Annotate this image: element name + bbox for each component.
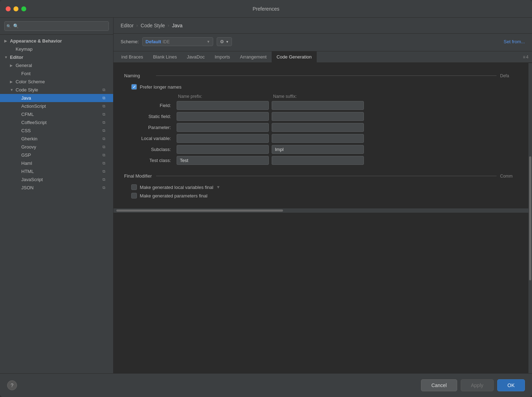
prefer-longer-row: Prefer longer names: [131, 84, 521, 90]
search-input[interactable]: [4, 21, 109, 31]
sidebar-item-coffeescript[interactable]: CoffeeScript: [0, 118, 113, 127]
sidebar-item-label: Keymap: [16, 46, 109, 52]
scheme-gear-button[interactable]: ⚙ ▼: [217, 37, 232, 46]
minimize-button[interactable]: [13, 6, 18, 11]
sidebar-item-groovy[interactable]: Groovy: [0, 143, 113, 151]
sidebar-item-html[interactable]: HTML: [0, 167, 113, 175]
sidebar-item-keymap[interactable]: Keymap: [0, 45, 113, 53]
parameters-final-label: Make generated parameters final: [140, 193, 207, 198]
naming-row-field: Field:: [124, 101, 521, 110]
final-modifier-row-1: Make generated local variables final ▼: [131, 184, 521, 190]
parameter-suffix-input[interactable]: [272, 123, 364, 132]
ok-button[interactable]: OK: [497, 379, 525, 391]
breadcrumb-java[interactable]: Java: [172, 23, 183, 28]
sidebar-item-cfml[interactable]: CFML: [0, 110, 113, 118]
tab-label: Code Generation: [277, 54, 312, 60]
sidebar-item-actionscript[interactable]: ActionScript: [0, 102, 113, 110]
sidebar-item-java[interactable]: Java: [0, 94, 113, 102]
close-button[interactable]: [6, 6, 11, 11]
subclass-label: Subclass:: [124, 147, 174, 152]
right-panel: Editor › Code Style › Java Scheme: Defau…: [113, 18, 532, 373]
sidebar-item-font[interactable]: Font: [0, 69, 113, 78]
horizontal-scrollbar-thumb[interactable]: [116, 209, 283, 212]
local-variables-final-checkbox[interactable]: [131, 184, 137, 190]
arrow-icon: [4, 55, 10, 59]
set-from-link[interactable]: Set from...: [504, 39, 525, 44]
arrow-icon: [4, 39, 10, 43]
gear-icon: ⚙: [220, 39, 224, 44]
local-variable-suffix-input[interactable]: [272, 134, 364, 143]
field-prefix-input[interactable]: [177, 101, 269, 110]
maximize-button[interactable]: [21, 6, 26, 11]
dropdown-arrow-icon[interactable]: ▼: [216, 185, 220, 190]
copy-icon: [102, 145, 109, 150]
copy-icon: [102, 161, 109, 166]
final-modifier-section-header: Final Modifier Comm: [124, 173, 521, 179]
tab-arrangement[interactable]: Arrangement: [235, 51, 272, 63]
help-button[interactable]: ?: [7, 380, 17, 390]
sidebar-item-haml[interactable]: Haml: [0, 159, 113, 167]
cancel-button[interactable]: Cancel: [421, 379, 457, 391]
copy-icon: [102, 185, 109, 190]
sidebar-item-appearance-behavior[interactable]: Appearance & Behavior: [0, 37, 113, 45]
local-variable-prefix-input[interactable]: [177, 134, 269, 143]
copy-icon: [102, 136, 109, 141]
vertical-scrollbar[interactable]: [528, 63, 532, 373]
sidebar-tree: Appearance & Behavior Keymap Editor Gene…: [0, 35, 113, 373]
sidebar-item-label: CFML: [21, 112, 101, 117]
sidebar-item-label: HTML: [21, 169, 101, 174]
breadcrumb-sep-1: ›: [137, 23, 138, 28]
content-scroll: Naming Defa Prefer longer names N: [113, 63, 532, 208]
sidebar-item-css[interactable]: CSS: [0, 127, 113, 135]
search-area: [0, 18, 113, 35]
breadcrumb-editor[interactable]: Editor: [121, 23, 134, 28]
overflow-icon: ≡: [523, 55, 525, 60]
sidebar-item-code-style[interactable]: Code Style: [0, 86, 113, 94]
scheme-arrow-icon: ▼: [206, 40, 210, 44]
sidebar-item-json[interactable]: JSON: [0, 184, 113, 192]
copy-icon: [102, 128, 109, 133]
static-field-prefix-input[interactable]: [177, 112, 269, 121]
tab-label: Blank Lines: [153, 54, 177, 60]
sidebar-item-editor[interactable]: Editor: [0, 53, 113, 61]
parameters-final-checkbox[interactable]: [131, 193, 137, 198]
tab-ind-braces[interactable]: ind Braces: [116, 51, 148, 63]
prefer-longer-checkbox[interactable]: [131, 84, 137, 90]
sidebar-item-general[interactable]: General: [0, 61, 113, 69]
scheme-bar: Scheme: Default IDE ▼ ⚙ ▼ Set from...: [113, 34, 532, 51]
sidebar-item-color-scheme[interactable]: Color Scheme: [0, 78, 113, 86]
preferences-window: Preferences Appearance & Behavior Keymap: [0, 0, 532, 397]
test-class-prefix-input[interactable]: [177, 156, 269, 165]
tab-blank-lines[interactable]: Blank Lines: [148, 51, 182, 63]
scheme-dropdown[interactable]: Default IDE ▼: [142, 37, 213, 46]
horizontal-scrollbar[interactable]: [113, 208, 532, 213]
subclass-suffix-input[interactable]: [272, 145, 364, 154]
subclass-prefix-input[interactable]: [177, 145, 269, 154]
copy-icon: [102, 88, 109, 93]
sidebar-item-label: JSON: [21, 185, 101, 190]
tab-imports[interactable]: Imports: [210, 51, 235, 63]
breadcrumb-code-style[interactable]: Code Style: [141, 23, 165, 28]
naming-title: Naming: [124, 73, 153, 78]
parameter-prefix-input[interactable]: [177, 123, 269, 132]
section-divider: [156, 176, 497, 176]
field-suffix-input[interactable]: [272, 101, 364, 110]
breadcrumb: Editor › Code Style › Java: [113, 18, 532, 34]
sidebar-item-gherkin[interactable]: Gherkin: [0, 135, 113, 143]
tab-javadoc[interactable]: JavaDoc: [182, 51, 210, 63]
breadcrumb-sep-2: ›: [168, 23, 169, 28]
sidebar-item-javascript[interactable]: JavaScript: [0, 175, 113, 184]
naming-row-static-field: Static field:: [124, 112, 521, 121]
bottom-buttons: Cancel Apply OK: [421, 379, 525, 391]
tab-overflow[interactable]: ≡ 4: [519, 52, 532, 62]
sidebar-item-gsp[interactable]: GSP: [0, 151, 113, 159]
scheme-ide-label: IDE: [162, 39, 170, 44]
apply-button[interactable]: Apply: [461, 379, 494, 391]
vertical-scrollbar-thumb[interactable]: [529, 156, 531, 280]
test-class-suffix-input[interactable]: [272, 156, 364, 165]
sidebar-item-label: GSP: [21, 152, 101, 158]
window-controls: [6, 6, 26, 11]
tab-code-generation[interactable]: Code Generation: [272, 51, 317, 63]
static-field-suffix-input[interactable]: [272, 112, 364, 121]
copy-icon: [102, 169, 109, 174]
